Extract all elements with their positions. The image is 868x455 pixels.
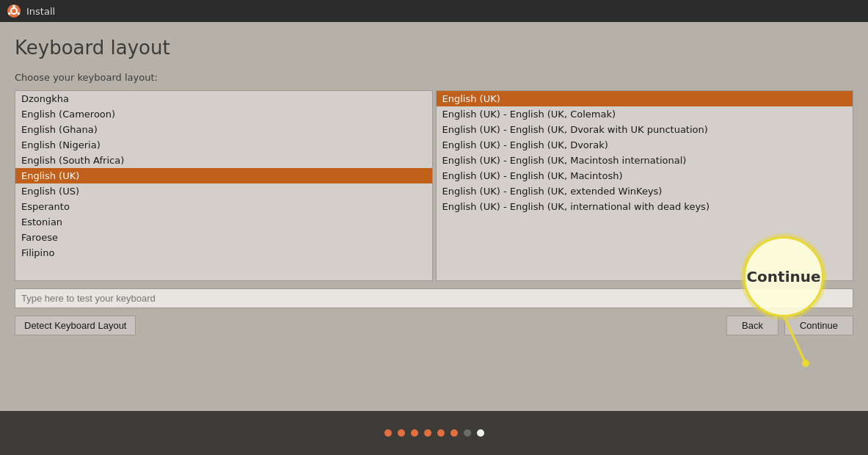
left-list-item[interactable]: English (Cameroon) bbox=[15, 106, 432, 122]
keyboard-variant-list[interactable]: English (UK)English (UK) - English (UK, … bbox=[436, 90, 854, 281]
lists-outer: DzongkhaEnglish (Cameroon)English (Ghana… bbox=[15, 90, 853, 281]
left-list-item[interactable]: English (Ghana) bbox=[15, 122, 432, 137]
ubuntu-icon bbox=[7, 4, 21, 18]
left-list-wrapper: DzongkhaEnglish (Cameroon)English (Ghana… bbox=[15, 90, 433, 281]
titlebar: Install bbox=[0, 0, 868, 22]
keyboard-language-list[interactable]: DzongkhaEnglish (Cameroon)English (Ghana… bbox=[15, 90, 433, 281]
left-list-item[interactable]: Faroese bbox=[15, 230, 432, 245]
progress-dot-4 bbox=[424, 429, 431, 437]
progress-dot-5 bbox=[437, 429, 445, 437]
right-list-item[interactable]: English (UK) - English (UK, Macintosh) bbox=[437, 168, 853, 183]
instruction-label: Choose your keyboard layout: bbox=[15, 72, 853, 83]
left-list-item[interactable]: English (US) bbox=[15, 183, 432, 199]
progress-dot-3 bbox=[411, 429, 418, 437]
left-list-item[interactable]: English (UK) bbox=[15, 168, 432, 183]
bottom-bar bbox=[0, 411, 868, 455]
continue-button[interactable]: Continue bbox=[784, 316, 853, 335]
left-list-item[interactable]: Estonian bbox=[15, 214, 432, 230]
bottom-row: Detect Keyboard Layout Back Continue bbox=[15, 316, 853, 346]
main-area: Keyboard layout Choose your keyboard lay… bbox=[0, 22, 868, 411]
test-input-container bbox=[15, 288, 853, 308]
progress-dot-1 bbox=[384, 429, 392, 437]
right-list-item[interactable]: English (UK) - English (UK, Colemak) bbox=[437, 106, 853, 122]
right-list-item[interactable]: English (UK) - English (UK, Dvorak with … bbox=[437, 122, 853, 137]
back-button[interactable]: Back bbox=[726, 316, 778, 335]
left-list-item[interactable]: English (Nigeria) bbox=[15, 137, 432, 153]
progress-dot-6 bbox=[451, 429, 458, 437]
page-title: Keyboard layout bbox=[15, 37, 853, 59]
right-list-item[interactable]: English (UK) - English (UK, Macintosh in… bbox=[437, 153, 853, 168]
right-list-item[interactable]: English (UK) - English (UK, Dvorak) bbox=[437, 137, 853, 153]
progress-dot-2 bbox=[398, 429, 405, 437]
left-list-item[interactable]: Filipino bbox=[15, 245, 432, 261]
keyboard-test-input[interactable] bbox=[15, 288, 853, 308]
left-list-item[interactable]: English (South Africa) bbox=[15, 153, 432, 168]
svg-point-3 bbox=[18, 12, 21, 15]
progress-dot-8 bbox=[477, 429, 484, 437]
right-list-item[interactable]: English (UK) - English (UK, internationa… bbox=[437, 199, 853, 214]
svg-point-2 bbox=[12, 5, 15, 8]
progress-dots bbox=[384, 429, 484, 437]
titlebar-title: Install bbox=[26, 6, 55, 17]
right-list-item[interactable]: English (UK) bbox=[437, 91, 853, 106]
left-list-item[interactable]: Dzongkha bbox=[15, 91, 432, 106]
detect-keyboard-button[interactable]: Detect Keyboard Layout bbox=[15, 316, 136, 335]
nav-buttons: Back Continue bbox=[726, 316, 853, 335]
right-list-wrapper: English (UK)English (UK) - English (UK, … bbox=[436, 90, 854, 281]
right-list-item[interactable]: English (UK) - English (UK, extended Win… bbox=[437, 183, 853, 199]
progress-dot-7 bbox=[464, 429, 471, 437]
svg-point-4 bbox=[8, 12, 11, 15]
left-list-item[interactable]: Esperanto bbox=[15, 199, 432, 214]
